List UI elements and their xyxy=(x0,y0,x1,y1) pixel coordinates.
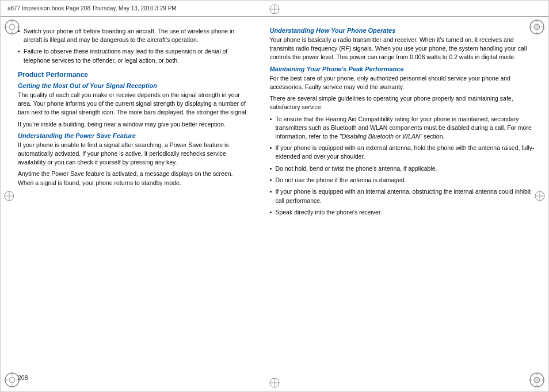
right-bullet-1: • To ensure that the Hearing Aid Compati… xyxy=(269,115,538,141)
right-bullet-dot-2: • xyxy=(269,144,275,161)
product-performance-heading: Product Performance xyxy=(18,71,250,79)
main-content: • Switch your phone off before boarding … xyxy=(1,17,548,391)
right-bullet-text-4: Do not use the phone if the antenna is d… xyxy=(275,176,406,185)
peak-performance-bullets: • To ensure that the Hearing Aid Compati… xyxy=(269,115,538,217)
phone-operates-heading: Understanding How Your Phone Operates xyxy=(269,27,538,34)
right-bullet-3: • Do not hold, bend or twist the phone's… xyxy=(269,164,538,173)
top-bar-text: a877 Impression.book Page 208 Thursday, … xyxy=(7,5,177,11)
bullet-dot-1: • xyxy=(18,27,24,44)
right-bullet-dot-4: • xyxy=(269,176,275,185)
peak-performance-heading: Maintaining Your Phone's Peak Performanc… xyxy=(269,66,538,72)
right-column: Understanding How Your Phone Operates Yo… xyxy=(258,17,548,391)
signal-reception-heading: Getting the Most Out of Your Signal Rece… xyxy=(18,82,250,89)
right-bullet-text-5: If your phone is equipped with an intern… xyxy=(275,187,538,205)
right-bullet-dot-6: • xyxy=(269,208,275,217)
right-bullet-2: • If your phone is equipped with an exte… xyxy=(269,144,538,161)
signal-reception-para2: If you're inside a building, being near … xyxy=(18,120,250,129)
right-bullet-text-2: If your phone is equipped with an extern… xyxy=(275,144,538,161)
right-bullet-text-3: Do not hold, bend or twist the phone's a… xyxy=(275,164,437,173)
power-save-heading: Understanding the Power Save Feature xyxy=(18,132,250,139)
page-number: 208 xyxy=(18,374,28,381)
bullet-text-1: Switch your phone off before boarding an… xyxy=(24,27,250,44)
signal-reception-para1: The quality of each call you make or rec… xyxy=(18,91,250,117)
intro-bullets: • Switch your phone off before boarding … xyxy=(18,27,250,65)
bullet-text-2: Failure to observe these instructions ma… xyxy=(24,47,250,64)
bullet-dot-2: • xyxy=(18,47,24,64)
right-bullet-text-1: To ensure that the Hearing Aid Compatibi… xyxy=(275,115,538,141)
right-bullet-dot-1: • xyxy=(269,115,275,141)
power-save-para1: If your phone is unable to find a signal… xyxy=(18,141,250,167)
left-column: • Switch your phone off before boarding … xyxy=(1,17,258,391)
reg-mark-top xyxy=(269,3,280,15)
right-bullet-6: • Speak directly into the phone's receiv… xyxy=(269,208,538,217)
right-bullet-5: • If your phone is equipped with an inte… xyxy=(269,187,538,205)
peak-performance-para1: For the best care of your phone, only au… xyxy=(269,74,538,91)
right-bullet-dot-5: • xyxy=(269,187,275,205)
power-save-para2: Anytime the Power Save feature is activa… xyxy=(18,170,250,187)
bullet-item-2: • Failure to observe these instructions … xyxy=(18,47,250,64)
italic-ref-1: "Disabling Bluetooth or WLAN" xyxy=(340,133,422,140)
right-bullet-text-6: Speak directly into the phone's receiver… xyxy=(275,208,382,217)
phone-operates-para: Your phone is basically a radio transmit… xyxy=(269,36,538,62)
page: a877 Impression.book Page 208 Thursday, … xyxy=(0,0,549,392)
peak-performance-para2: There are several simple guidelines to o… xyxy=(269,94,538,112)
right-bullet-dot-3: • xyxy=(269,164,275,173)
bullet-item-1: • Switch your phone off before boarding … xyxy=(18,27,250,44)
right-bullet-4: • Do not use the phone if the antenna is… xyxy=(269,176,538,185)
